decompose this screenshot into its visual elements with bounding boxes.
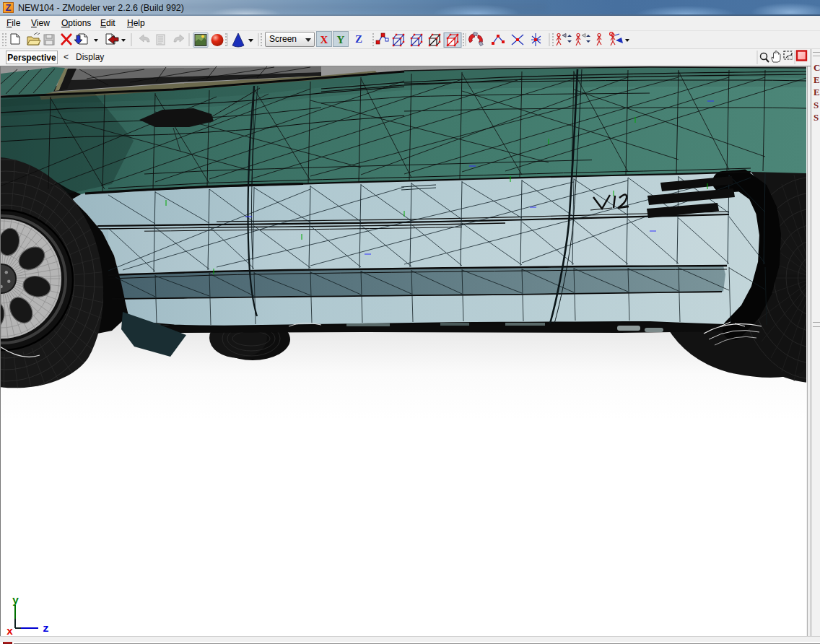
svg-text:x: x <box>6 626 13 636</box>
svg-text:z: z <box>43 623 49 635</box>
